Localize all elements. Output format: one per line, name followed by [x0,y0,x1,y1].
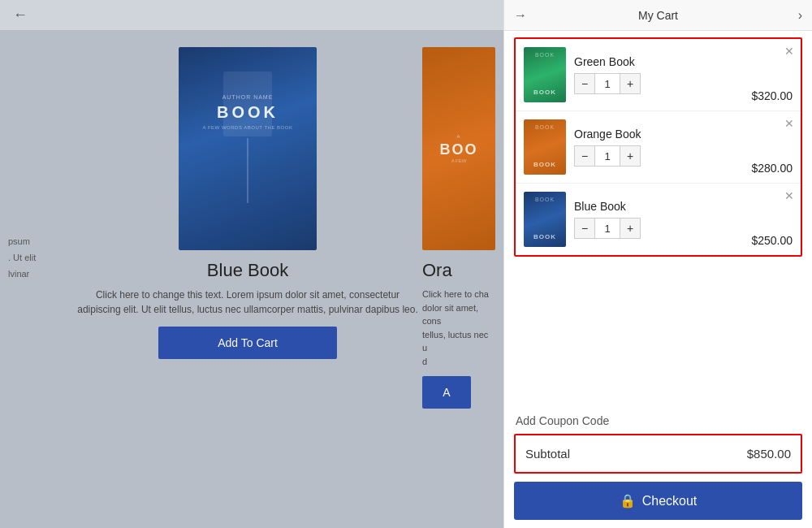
cart-panel: → My Cart › BOOK Green Book − 1 + $320.0… [503,0,812,528]
green-book-quantity-control: − 1 + [574,73,743,94]
orange-book-partial-desc: Click here to chadolor sit amet, constel… [422,288,495,368]
blue-book-cover-image: AUTHOR NAME BOOK A FEW WORDS ABOUT THE B… [179,47,317,250]
green-book-increase-button[interactable]: + [620,73,641,94]
orange-book-decrease-button[interactable]: − [574,145,595,167]
blue-book-quantity-value: 1 [595,218,620,239]
cart-item-orange-book: BOOK Orange Book − 1 + $280.00 ✕ [516,111,801,184]
blue-book-card-title: Blue Book [207,260,288,281]
orange-partial-author: A [456,134,460,139]
orange-book-remove-button[interactable]: ✕ [784,118,794,129]
orange-book-info: Orange Book − 1 + [574,128,743,167]
subtotal-row: Subtotal $850.00 [514,434,802,474]
blue-book-thumbnail: BOOK [524,192,566,247]
orange-book-name: Orange Book [574,128,743,141]
back-arrow-icon[interactable]: ← [13,6,28,24]
green-book-price: $320.00 [751,89,793,102]
checkout-button[interactable]: 🔒 Checkout [514,482,802,520]
orange-book-increase-button[interactable]: + [620,145,641,167]
cart-spacer [504,257,812,403]
orange-book-quantity-value: 1 [595,145,620,167]
green-book-name: Green Book [574,55,743,68]
blue-book-remove-button[interactable]: ✕ [784,190,794,201]
blue-book-add-to-cart-button[interactable]: Add To Cart [158,327,337,359]
blue-book-price: $250.00 [751,234,793,247]
green-book-info: Green Book − 1 + [574,55,743,94]
orange-book-partial-title: Ora [422,260,452,281]
coupon-code-label[interactable]: Add Coupon Code [516,414,609,427]
blue-book-info: Blue Book − 1 + [574,200,743,239]
green-book-remove-button[interactable]: ✕ [784,45,794,57]
green-book-thumbnail: BOOK [524,47,566,102]
cart-item-blue-book: BOOK Blue Book − 1 + $250.00 ✕ [516,184,801,255]
partial-left-text: psum . Ut elit lvinar [8,234,36,282]
cart-forward-icon[interactable]: › [798,8,802,23]
orange-book-quantity-control: − 1 + [574,145,743,167]
blue-book-author: AUTHOR NAME [222,94,274,100]
cart-header: → My Cart › [504,0,812,31]
cart-item-green-book: BOOK Green Book − 1 + $320.00 ✕ [516,39,801,111]
orange-partial-title-cover: BOO [439,141,477,158]
cart-items-list: BOOK Green Book − 1 + $320.00 ✕ BOOK Ora… [514,37,802,257]
blue-book-title-cover: BOOK [217,103,279,122]
blue-book-decrease-button[interactable]: − [574,218,595,239]
green-book-decrease-button[interactable]: − [574,73,595,94]
orange-partial-subtitle: A FEW [451,158,467,163]
orange-book-price: $280.00 [751,162,793,175]
partial-left-col: psum . Ut elit lvinar [8,47,73,282]
blue-book-overlay: AUTHOR NAME BOOK A FEW WORDS ABOUT THE B… [179,47,317,250]
cart-back-icon[interactable]: → [514,8,527,23]
subtotal-amount: $850.00 [747,447,791,461]
blue-book-increase-button[interactable]: + [620,218,641,239]
blue-book-subtitle-cover: A FEW WORDS ABOUT THE BOOK [203,125,293,130]
blue-book-card-desc: Click here to change this text. Lorem ip… [73,288,422,317]
top-nav-bar: ← [0,0,503,31]
green-book-quantity-value: 1 [595,73,620,94]
orange-book-partial-card: A BOO A FEW Ora Click here to chadolor s… [422,47,495,409]
orange-book-partial-add-button[interactable]: A [422,376,471,409]
subtotal-label: Subtotal [525,447,570,461]
cart-title: My Cart [638,9,678,22]
orange-book-cover-partial: A BOO A FEW [422,47,495,250]
blue-book-cart-name: Blue Book [574,200,743,213]
orange-book-thumbnail: BOOK [524,119,566,175]
blue-book-quantity-control: − 1 + [574,218,743,239]
coupon-code-section[interactable]: Add Coupon Code [504,403,812,434]
products-area: psum . Ut elit lvinar AUTHOR NAME BOOK A… [0,31,503,528]
blue-book-card: AUTHOR NAME BOOK A FEW WORDS ABOUT THE B… [73,47,422,359]
checkout-label: Checkout [642,494,698,509]
lock-icon: 🔒 [620,493,636,509]
